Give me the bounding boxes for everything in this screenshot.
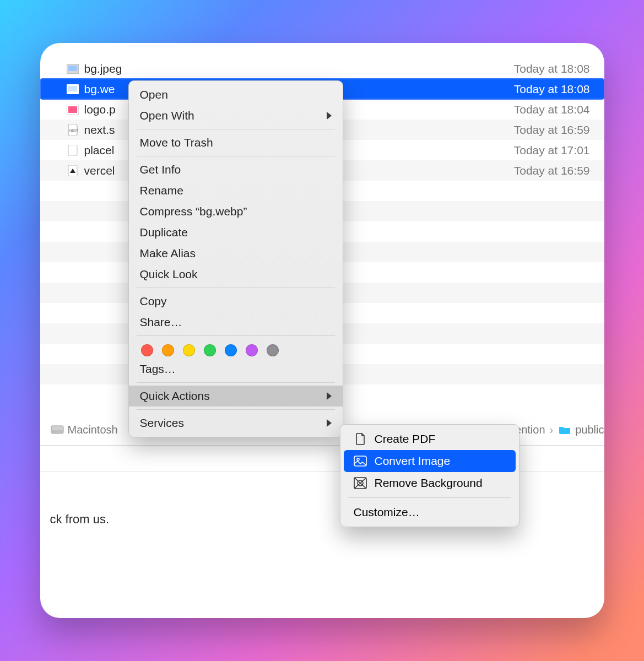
menu-quick-actions[interactable]: Quick Actions [129, 386, 343, 407]
tag-colors [129, 339, 343, 359]
svg-rect-12 [51, 430, 63, 434]
qa-label: Convert Image [375, 454, 451, 468]
tag-dot-blue[interactable] [225, 344, 237, 356]
folder-icon [558, 424, 572, 435]
qa-label: Customize… [354, 506, 420, 519]
document-file-icon [67, 166, 79, 176]
menu-rename[interactable]: Rename [129, 180, 343, 201]
menu-tags[interactable]: Tags… [129, 359, 343, 380]
tag-dot-red[interactable] [141, 344, 153, 356]
qa-convert-image[interactable]: Convert Image [344, 450, 516, 472]
menu-move-to-trash[interactable]: Move to Trash [129, 132, 343, 153]
path-disk: Macintosh [68, 424, 118, 436]
menu-label: Quick Actions [140, 389, 210, 403]
file-date: Today at 18:08 [514, 83, 590, 96]
file-name: logo.p [84, 103, 116, 116]
menu-compress[interactable]: Compress “bg.webp” [129, 201, 343, 222]
image-file-icon [67, 84, 79, 94]
divider [40, 445, 604, 446]
svg-text:NEXT: NEXT [69, 129, 78, 132]
file-name: placel [84, 144, 115, 157]
qa-remove-background[interactable]: Remove Background [344, 472, 516, 494]
chevron-right-icon: › [549, 424, 555, 436]
divider [40, 472, 604, 472]
svg-rect-5 [68, 106, 77, 113]
svg-rect-8 [68, 145, 77, 156]
file-date: Today at 16:59 [514, 123, 590, 137]
file-name: bg.we [84, 83, 115, 96]
qa-create-pdf[interactable]: Create PDF [344, 428, 516, 450]
file-date: Today at 17:01 [514, 144, 590, 157]
menu-label: Services [140, 416, 185, 430]
quick-actions-submenu: Create PDF Convert Image Remove Backgrou… [340, 424, 519, 527]
file-date: Today at 18:08 [514, 62, 590, 75]
qa-label: Create PDF [375, 432, 436, 446]
menu-label: Open With [140, 109, 194, 122]
file-row[interactable]: bg.jpeg Today at 18:08 [40, 58, 604, 79]
image-icon [354, 455, 367, 467]
tag-dot-orange[interactable] [162, 344, 174, 356]
tag-dot-purple[interactable] [246, 344, 258, 356]
menu-open-with[interactable]: Open With [129, 105, 343, 126]
menu-open[interactable]: Open [129, 84, 343, 105]
finder-window: bg.jpeg Today at 18:08 bg.we Today at 18… [40, 43, 604, 618]
image-file-icon [67, 64, 79, 74]
remove-bg-icon [354, 477, 367, 489]
svg-point-14 [357, 458, 359, 460]
image-file-icon [67, 105, 79, 115]
menu-make-alias[interactable]: Make Alias [129, 243, 343, 264]
tag-dot-gray[interactable] [267, 344, 279, 356]
menu-copy[interactable]: Copy [129, 291, 343, 312]
document-file-icon [67, 145, 79, 155]
tag-dot-green[interactable] [204, 344, 216, 356]
menu-quick-look[interactable]: Quick Look [129, 264, 343, 285]
document-file-icon: NEXT [67, 125, 79, 135]
file-name: bg.jpeg [84, 62, 122, 75]
tag-dot-yellow[interactable] [183, 344, 195, 356]
path-seg: public [575, 424, 604, 436]
footer-text: ck from us. [40, 512, 110, 527]
svg-rect-13 [354, 456, 366, 466]
menu-duplicate[interactable]: Duplicate [129, 222, 343, 243]
document-icon [354, 433, 367, 445]
qa-label: Remove Background [375, 476, 483, 490]
file-name: next.s [84, 123, 115, 137]
svg-rect-3 [68, 86, 77, 91]
file-date: Today at 16:59 [514, 164, 590, 177]
context-menu: Open Open With Move to Trash Get Info Re… [128, 80, 343, 437]
qa-customize[interactable]: Customize… [344, 501, 516, 523]
menu-services[interactable]: Services [129, 413, 343, 434]
menu-get-info[interactable]: Get Info [129, 159, 343, 180]
file-date: Today at 18:04 [514, 103, 590, 116]
disk-icon [50, 424, 64, 435]
file-name: vercel [84, 164, 115, 177]
svg-rect-1 [68, 66, 77, 71]
menu-share[interactable]: Share… [129, 312, 343, 333]
